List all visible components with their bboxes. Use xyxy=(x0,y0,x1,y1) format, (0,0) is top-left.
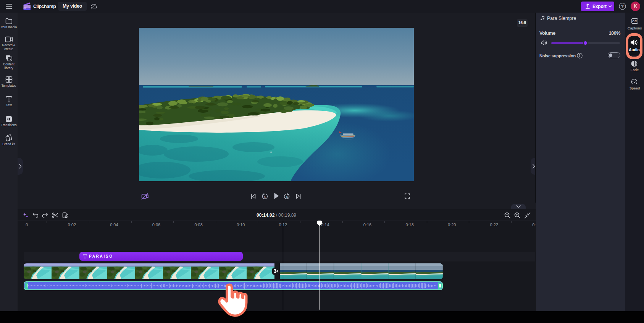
svg-text:5: 5 xyxy=(264,195,266,199)
svg-text:?: ? xyxy=(621,4,624,9)
svg-text:5: 5 xyxy=(286,195,288,199)
svg-text:CC: CC xyxy=(632,19,637,23)
